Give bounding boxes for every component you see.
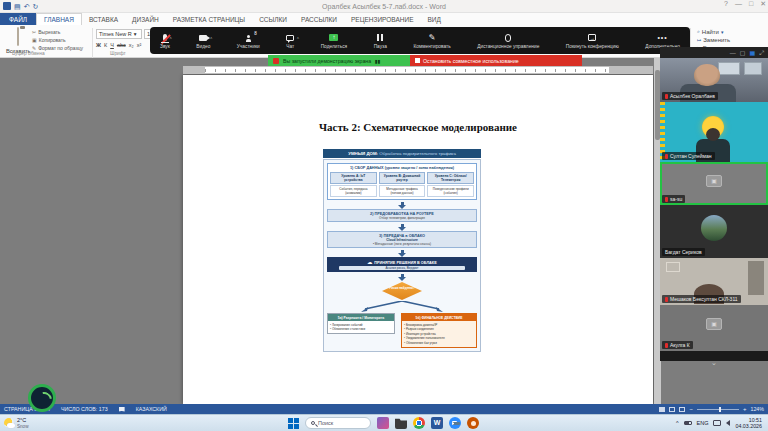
- participant-avatar-tile[interactable]: Багдат Сериков: [660, 205, 768, 258]
- chevron-up-icon[interactable]: ˄: [297, 35, 299, 40]
- chevron-up-icon[interactable]: ˄: [210, 35, 212, 40]
- pencil-icon: ✎: [429, 34, 436, 42]
- windows-taskbar: 2°C Snow Поиск W ^ ENG 10:51 04.03.2026: [0, 414, 768, 431]
- flow-level-a: Уровень А: IoT устройства События, перед…: [330, 172, 377, 197]
- replace-button[interactable]: ↦Заменить: [697, 37, 735, 43]
- copy-button[interactable]: ▣Копировать: [32, 37, 83, 43]
- italic-button[interactable]: К: [104, 42, 107, 48]
- underline-button[interactable]: Ч: [110, 42, 114, 48]
- zoom-taskbar-icon[interactable]: [449, 417, 461, 429]
- print-layout-icon[interactable]: [669, 407, 675, 412]
- copy-icon: ▣: [32, 37, 37, 43]
- subscript-button[interactable]: x₂: [129, 42, 134, 48]
- participant-count-badge: 8: [254, 31, 257, 36]
- panel-header[interactable]: — ▢ ▦ ⤢: [660, 47, 768, 58]
- chat-button[interactable]: ˄ Чат: [286, 33, 294, 49]
- tab-file[interactable]: ФАЙЛ: [0, 13, 36, 25]
- remote-control-button[interactable]: Дистанционное управление: [477, 33, 539, 49]
- maximize-button[interactable]: □: [749, 0, 753, 8]
- tray-overflow-icon[interactable]: ^: [676, 420, 679, 426]
- video-button[interactable]: ˄ Видео: [196, 33, 210, 49]
- zoom-percentage[interactable]: 124%: [750, 406, 764, 412]
- tab-mailings[interactable]: РАССЫЛКИ: [294, 13, 344, 25]
- pause-share-button[interactable]: Пауза: [374, 33, 387, 49]
- file-explorer-icon[interactable]: [395, 417, 407, 429]
- tab-review[interactable]: РЕЦЕНЗИРОВАНИЕ: [344, 13, 421, 25]
- tab-design[interactable]: ДИЗАЙН: [125, 13, 166, 25]
- tab-references[interactable]: ССЫЛКИ: [252, 13, 294, 25]
- clock[interactable]: 10:51 04.03.2026: [735, 417, 762, 429]
- font-name-select[interactable]: Times New R▾: [96, 29, 142, 39]
- strikethrough-button[interactable]: abc: [117, 42, 126, 48]
- proofing-icon[interactable]: [119, 407, 125, 412]
- replace-icon: ↦: [697, 37, 701, 43]
- participant-avatar-tile[interactable]: ▣ Акулга К: [660, 305, 768, 351]
- search-placeholder: Поиск: [318, 420, 333, 426]
- share-screen-button[interactable]: ↑ Поделиться: [321, 33, 348, 49]
- tab-home[interactable]: ГЛАВНАЯ: [36, 13, 82, 25]
- superscript-button[interactable]: x²: [137, 42, 142, 48]
- tab-view[interactable]: ВИД: [420, 13, 447, 25]
- zoom-slider[interactable]: [697, 409, 739, 410]
- participant-name-badge: Асылбек Оралбаев: [662, 92, 718, 100]
- help-button[interactable]: ?: [724, 0, 728, 8]
- leave-meeting-button[interactable]: → Покинуть конференцию: [566, 33, 619, 49]
- minimize-button[interactable]: —: [735, 0, 742, 8]
- read-mode-icon[interactable]: [659, 407, 665, 412]
- audio-button[interactable]: ˄ Звук: [160, 33, 170, 49]
- screen-share-banner: Вы запустили демонстрацию экрана ▮▮ Оста…: [268, 55, 582, 66]
- chevron-down-icon: ▾: [721, 29, 724, 35]
- group-divider: [92, 28, 93, 58]
- meeting-id-icon: [273, 58, 279, 64]
- speaker-view-icon[interactable]: ▢: [740, 50, 746, 56]
- minimize-panel-icon[interactable]: —: [730, 50, 736, 56]
- annotate-button[interactable]: ✎ Комментировать: [413, 33, 450, 49]
- expand-panel-icon[interactable]: ⤢: [759, 50, 764, 56]
- close-button[interactable]: ✕: [760, 0, 766, 8]
- start-button[interactable]: [288, 418, 299, 429]
- participant-video-tile[interactable]: Асылбек Оралбаев: [660, 58, 768, 102]
- participant-tile-active-speaker[interactable]: ▣ sa-su: [660, 162, 768, 205]
- weather-widget[interactable]: 2°C Snow: [0, 417, 29, 428]
- word-status-bar: СТРАНИЦА 3 ИЗ 4 ЧИСЛО СЛОВ: 173 КАЗАХСКИ…: [0, 404, 768, 414]
- obs-icon[interactable]: [467, 417, 479, 429]
- participants-button[interactable]: 8 Участники: [237, 33, 260, 49]
- language-indicator[interactable]: КАЗАХСКИЙ: [136, 406, 167, 412]
- flow-branch-allow: 5а) Разрешить / Мониторить Логирование с…: [327, 313, 395, 334]
- battery-icon[interactable]: [684, 421, 692, 425]
- cut-button[interactable]: ✂Вырезать: [32, 29, 83, 35]
- zoom-in-button[interactable]: +: [743, 406, 747, 412]
- gallery-view-icon[interactable]: ▦: [750, 50, 756, 56]
- web-layout-icon[interactable]: [679, 407, 685, 412]
- chevron-up-icon[interactable]: ˄: [170, 35, 172, 40]
- document-canvas: Часть 2: Схематическое моделирование УМН…: [0, 58, 768, 404]
- participant-video-tile[interactable]: Мешаков Бексултан СКЛ-311: [660, 258, 768, 305]
- participant-video-tile[interactable]: Султан Сулейман: [660, 102, 768, 162]
- word-taskbar-icon[interactable]: W: [431, 417, 443, 429]
- speaker-icon[interactable]: [726, 420, 730, 426]
- flow-level-b: Уровень В: Домашний роутер Метаданные тр…: [379, 172, 426, 197]
- collapse-strip-button[interactable]: ⌄: [660, 351, 768, 361]
- media-app-icon[interactable]: [377, 417, 389, 429]
- chrome-icon[interactable]: [413, 417, 425, 429]
- word-count[interactable]: ЧИСЛО СЛОВ: 173: [61, 406, 108, 412]
- horizontal-ruler[interactable]: [183, 66, 653, 74]
- zoom-slider-thumb[interactable]: [719, 407, 721, 412]
- flow-decision: Риски найдены?: [327, 281, 477, 301]
- document-page[interactable]: Часть 2: Схематическое моделирование УМН…: [183, 75, 653, 404]
- find-button[interactable]: ⌕Найти▾: [697, 28, 735, 35]
- mic-muted-icon: [163, 34, 167, 41]
- display-icon[interactable]: [713, 420, 721, 426]
- pause-share-icon[interactable]: ▮▮: [375, 58, 381, 64]
- taskbar-search[interactable]: Поиск: [305, 417, 371, 429]
- tab-page-layout[interactable]: РАЗМЕТКА СТРАНИЦЫ: [166, 13, 252, 25]
- stop-share-button[interactable]: Остановить совместное использование: [410, 55, 582, 66]
- word-titlebar: W ▤ ↶ ↻ Оралбек Асылбек 5-7.лаб.docx - W…: [0, 0, 768, 13]
- bold-button[interactable]: Ж: [96, 42, 101, 48]
- language-switcher[interactable]: ENG: [697, 420, 709, 426]
- chevron-down-icon: ▾: [134, 31, 137, 37]
- decision-diamond: [382, 282, 422, 300]
- tab-insert[interactable]: ВСТАВКА: [82, 13, 125, 25]
- participant-name-badge: sa-su: [662, 195, 685, 203]
- zoom-out-button[interactable]: −: [689, 406, 693, 412]
